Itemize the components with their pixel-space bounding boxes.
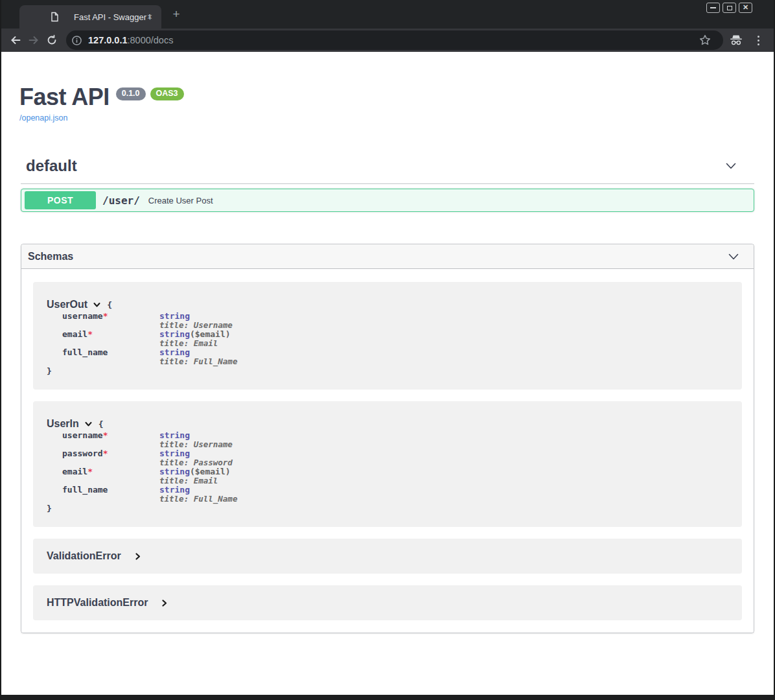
schemas-header[interactable]: Schemas: [21, 244, 754, 269]
schemas-body: UserOut { username* string: [21, 269, 754, 633]
property-row: email* string($email) title: Email: [62, 330, 237, 348]
required-star: *: [87, 329, 93, 339]
forward-button[interactable]: [25, 31, 43, 49]
property-title: title: Username: [159, 321, 237, 330]
tag-title: default: [26, 157, 77, 175]
model-collapse-button[interactable]: [93, 301, 101, 309]
operation-path[interactable]: /user/: [102, 194, 140, 207]
tab-close-button[interactable]: ×: [145, 12, 155, 22]
method-badge: POST: [25, 191, 96, 209]
model-name: UserOut: [47, 299, 87, 310]
property-type: string($email): [159, 330, 237, 339]
close-button[interactable]: ✕: [739, 3, 752, 13]
incognito-icon: [729, 34, 743, 46]
schemas-collapse-button[interactable]: [727, 250, 740, 263]
maximize-icon: [727, 6, 732, 10]
property-row: password* string title: Password: [62, 449, 237, 467]
model-properties: username* string title: Username email* …: [62, 312, 237, 366]
info-icon: [71, 35, 82, 46]
back-button[interactable]: [6, 31, 25, 49]
property-name: username: [62, 311, 103, 321]
browser-toolbar: 127.0.0.1:8000/docs: [1, 29, 774, 52]
close-brace: }: [47, 504, 52, 513]
property-title: title: Full_Name: [159, 495, 237, 504]
property-type: string: [159, 312, 237, 321]
document-icon: [49, 12, 60, 22]
property-type: string($email): [159, 467, 237, 476]
chevron-right-icon: [133, 552, 142, 561]
chevron-right-icon: [160, 599, 168, 607]
maximize-button[interactable]: [723, 3, 736, 13]
model-httpvalidationerror[interactable]: HTTPValidationError: [33, 585, 742, 620]
operation-summary: Create User Post: [148, 196, 213, 205]
required-star: *: [103, 311, 108, 321]
schemas-title: Schemas: [28, 251, 73, 262]
tab-title: Fast API - Swagger UI: [74, 12, 150, 22]
property-title: title: Username: [159, 440, 237, 449]
model-expand-button[interactable]: [160, 599, 168, 607]
open-brace: {: [107, 300, 112, 310]
property-title: title: Email: [159, 476, 237, 485]
kebab-menu-icon: [758, 36, 759, 38]
url-text: 127.0.0.1:8000/docs: [88, 35, 173, 45]
model-name: HTTPValidationError: [47, 597, 148, 609]
model-collapse-button[interactable]: [84, 420, 93, 428]
model-properties: username* string title: Username passwor…: [62, 431, 237, 504]
star-icon: [699, 34, 711, 47]
address-bar[interactable]: 127.0.0.1:8000/docs: [66, 30, 723, 50]
oas3-badge: OAS3: [150, 88, 184, 100]
url-host: 127.0.0.1: [88, 35, 127, 45]
chevron-down-icon: [724, 159, 737, 172]
property-row: full_name string title: Full_Name: [62, 485, 237, 504]
window-titlebar: Fast API - Swagger UI × + ✕: [1, 0, 774, 29]
tag-collapse-button[interactable]: [724, 159, 737, 172]
bookmark-button[interactable]: [699, 34, 711, 47]
window-bottom-border: [1, 695, 774, 700]
property-type: string: [159, 449, 237, 458]
model-userin: UserIn { username* string: [33, 401, 742, 527]
minimize-icon: [710, 7, 716, 8]
model-expand-button[interactable]: [133, 552, 142, 561]
property-name: full_name: [62, 347, 108, 357]
property-type: string: [159, 431, 237, 440]
reload-icon: [46, 34, 58, 46]
property-name: email: [62, 467, 87, 476]
menu-button[interactable]: [752, 34, 765, 47]
property-type: string: [159, 485, 237, 495]
new-tab-button[interactable]: +: [170, 8, 183, 21]
property-name: email: [62, 329, 87, 339]
back-arrow-icon: [10, 34, 21, 46]
property-row: full_name string title: Full_Name: [62, 348, 237, 366]
model-userout: UserOut { username* string: [33, 282, 742, 390]
site-info-button[interactable]: [71, 35, 82, 46]
api-info: Fast API 0.1.0 OAS3 /openapi.json: [3, 52, 772, 123]
chevron-down-icon: [84, 420, 93, 428]
property-name: password: [62, 449, 103, 458]
page-title: Fast API: [19, 84, 110, 110]
schemas-section: Schemas UserOut: [21, 244, 754, 633]
close-brace: }: [47, 366, 52, 376]
forward-arrow-icon: [28, 34, 40, 46]
toolbar-right: [723, 34, 765, 47]
badges: 0.1.0 OAS3: [116, 88, 184, 100]
openapi-spec-link[interactable]: /openapi.json: [19, 113, 67, 122]
reload-button[interactable]: [43, 31, 61, 49]
property-row: username* string title: Username: [62, 312, 237, 330]
chevron-down-icon: [93, 301, 101, 309]
version-badge: 0.1.0: [116, 88, 146, 100]
required-star: *: [103, 449, 108, 458]
property-name: full_name: [62, 485, 108, 495]
chevron-down-icon: [727, 250, 740, 263]
property-type: string: [159, 348, 237, 357]
property-format: ($email): [190, 467, 231, 476]
property-row: username* string title: Username: [62, 431, 237, 449]
model-validationerror[interactable]: ValidationError: [33, 539, 742, 574]
required-star: *: [87, 467, 93, 476]
browser-tab[interactable]: Fast API - Swagger UI ×: [19, 5, 161, 29]
property-format: ($email): [190, 329, 231, 339]
tag-default-header[interactable]: default: [21, 157, 754, 184]
property-name: username: [62, 430, 103, 440]
model-name: ValidationError: [47, 550, 121, 562]
minimize-button[interactable]: [706, 3, 720, 13]
opblock-post-user[interactable]: POST /user/ Create User Post: [21, 189, 754, 212]
